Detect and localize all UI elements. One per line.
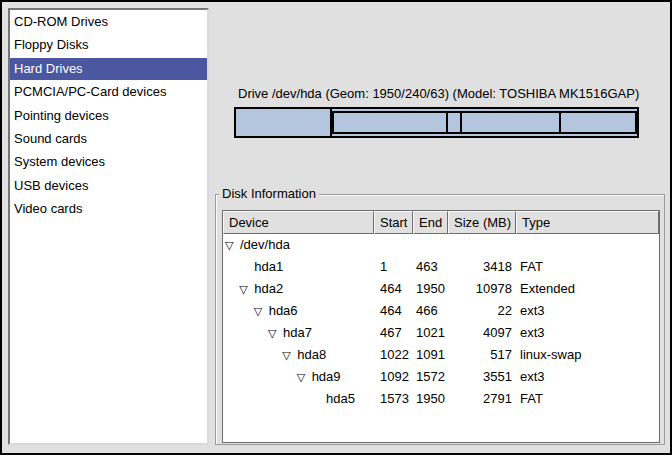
logical-partition-boundary-2 bbox=[460, 113, 462, 132]
start-cell: 464 bbox=[374, 300, 413, 322]
column-header-type[interactable]: Type bbox=[516, 211, 659, 234]
table-header-row: DeviceStartEndSize (MB)Type bbox=[223, 211, 659, 234]
device-label: hda9 bbox=[312, 366, 341, 388]
extended-partition-region bbox=[332, 111, 637, 134]
device-category-list[interactable]: CD-ROM DrivesFloppy DisksHard DrivesPCMC… bbox=[8, 8, 209, 445]
expander-open-icon[interactable]: ▽ bbox=[254, 300, 269, 322]
end-cell: 466 bbox=[413, 300, 448, 322]
tree-indent bbox=[223, 289, 239, 290]
start-cell: 467 bbox=[374, 322, 413, 344]
device-cell: ▽hda8 bbox=[223, 344, 374, 366]
start-cell: 464 bbox=[374, 278, 413, 300]
tree-indent bbox=[223, 267, 239, 268]
start-cell: 1 bbox=[374, 256, 413, 278]
hardware-browser-window: CD-ROM DrivesFloppy DisksHard DrivesPCMC… bbox=[0, 0, 672, 455]
sidebar-item-hard-drives[interactable]: Hard Drives bbox=[10, 58, 207, 80]
size-cell: 22 bbox=[448, 300, 516, 322]
end-cell: 1021 bbox=[413, 322, 448, 344]
end-cell: 1572 bbox=[413, 366, 448, 388]
size-cell: 10978 bbox=[448, 278, 516, 300]
device-cell: ▽hda6 bbox=[223, 300, 374, 322]
table-row-hda8[interactable]: ▽hda810221091517linux-swap bbox=[223, 344, 659, 366]
device-cell: ▽/dev/hda bbox=[223, 234, 374, 256]
device-label: hda6 bbox=[269, 300, 298, 322]
start-cell: 1573 bbox=[374, 388, 413, 410]
column-header-end[interactable]: End bbox=[413, 211, 448, 234]
device-label: hda5 bbox=[326, 388, 355, 410]
tree-indent bbox=[223, 355, 282, 356]
expander-open-icon[interactable]: ▽ bbox=[297, 366, 312, 388]
size-cell: 3418 bbox=[448, 256, 516, 278]
expander-open-icon[interactable]: ▽ bbox=[282, 344, 297, 366]
device-label: hda8 bbox=[297, 344, 326, 366]
sidebar-item-system-devices[interactable]: System devices bbox=[10, 151, 207, 173]
type-cell: ext3 bbox=[516, 300, 659, 322]
sidebar-item-pointing-devices[interactable]: Pointing devices bbox=[10, 105, 207, 127]
device-cell: ▽hda9 bbox=[223, 366, 374, 388]
tree-indent bbox=[223, 377, 297, 378]
disk-information-frame: Disk Information DeviceStartEndSize (MB)… bbox=[215, 194, 665, 445]
sidebar-item-cd-rom-drives[interactable]: CD-ROM Drives bbox=[10, 11, 207, 33]
table-row-hda7[interactable]: ▽hda746710214097ext3 bbox=[223, 322, 659, 344]
device-label: /dev/hda bbox=[240, 234, 290, 256]
type-cell: ext3 bbox=[516, 322, 659, 344]
table-row-hda1[interactable]: hda114633418FAT bbox=[223, 256, 659, 278]
size-cell bbox=[448, 234, 516, 256]
device-label: hda7 bbox=[283, 322, 312, 344]
device-label: hda1 bbox=[254, 256, 283, 278]
size-cell: 517 bbox=[448, 344, 516, 366]
type-cell: FAT bbox=[516, 256, 659, 278]
type-cell: linux-swap bbox=[516, 344, 659, 366]
expander-open-icon[interactable]: ▽ bbox=[225, 234, 240, 256]
disk-information-table[interactable]: DeviceStartEndSize (MB)Type ▽/dev/hdahda… bbox=[222, 210, 660, 443]
tree-indent bbox=[223, 333, 268, 334]
device-cell: ▽hda2 bbox=[223, 278, 374, 300]
device-label: hda2 bbox=[254, 278, 283, 300]
end-cell: 1950 bbox=[413, 278, 448, 300]
logical-partition-boundary-3 bbox=[559, 113, 561, 132]
size-cell: 3551 bbox=[448, 366, 516, 388]
table-body: ▽/dev/hdahda114633418FAT▽hda246419501097… bbox=[223, 234, 659, 410]
table-row-hda9[interactable]: ▽hda9109215723551ext3 bbox=[223, 366, 659, 388]
sidebar-item-usb-devices[interactable]: USB devices bbox=[10, 175, 207, 197]
start-cell: 1092 bbox=[374, 366, 413, 388]
logical-partition-boundary-1 bbox=[446, 113, 448, 132]
end-cell: 1091 bbox=[413, 344, 448, 366]
disk-information-label: Disk Information bbox=[219, 186, 319, 201]
end-cell: 1950 bbox=[413, 388, 448, 410]
column-header-start[interactable]: Start bbox=[374, 211, 413, 234]
type-cell: Extended bbox=[516, 278, 659, 300]
tree-indent bbox=[223, 311, 254, 312]
sidebar-item-pcmcia-pc-card-devices[interactable]: PCMCIA/PC-Card devices bbox=[10, 81, 207, 103]
end-cell: 463 bbox=[413, 256, 448, 278]
column-header-size-mb[interactable]: Size (MB) bbox=[448, 211, 516, 234]
size-cell: 2791 bbox=[448, 388, 516, 410]
table-row-hda2[interactable]: ▽hda2464195010978Extended bbox=[223, 278, 659, 300]
column-header-device[interactable]: Device bbox=[223, 211, 374, 234]
device-cell: ▽hda7 bbox=[223, 322, 374, 344]
table-row-hda5[interactable]: hda5157319502791FAT bbox=[223, 388, 659, 410]
start-cell bbox=[374, 234, 413, 256]
expander-open-icon[interactable]: ▽ bbox=[268, 322, 283, 344]
device-cell: hda5 bbox=[223, 388, 374, 410]
type-cell: ext3 bbox=[516, 366, 659, 388]
sidebar-item-sound-cards[interactable]: Sound cards bbox=[10, 128, 207, 150]
table-row-dev-hda[interactable]: ▽/dev/hda bbox=[223, 234, 659, 256]
type-cell: FAT bbox=[516, 388, 659, 410]
end-cell bbox=[413, 234, 448, 256]
type-cell bbox=[516, 234, 659, 256]
drive-title: Drive /dev/hda (Geom: 1950/240/63) (Mode… bbox=[238, 86, 658, 101]
sidebar-item-video-cards[interactable]: Video cards bbox=[10, 198, 207, 220]
device-cell: hda1 bbox=[223, 256, 374, 278]
table-row-hda6[interactable]: ▽hda646446622ext3 bbox=[223, 300, 659, 322]
size-cell: 4097 bbox=[448, 322, 516, 344]
partition-bar[interactable] bbox=[234, 107, 639, 138]
expander-open-icon[interactable]: ▽ bbox=[239, 278, 254, 300]
start-cell: 1022 bbox=[374, 344, 413, 366]
tree-indent bbox=[223, 399, 311, 400]
sidebar-item-floppy-disks[interactable]: Floppy Disks bbox=[10, 34, 207, 56]
